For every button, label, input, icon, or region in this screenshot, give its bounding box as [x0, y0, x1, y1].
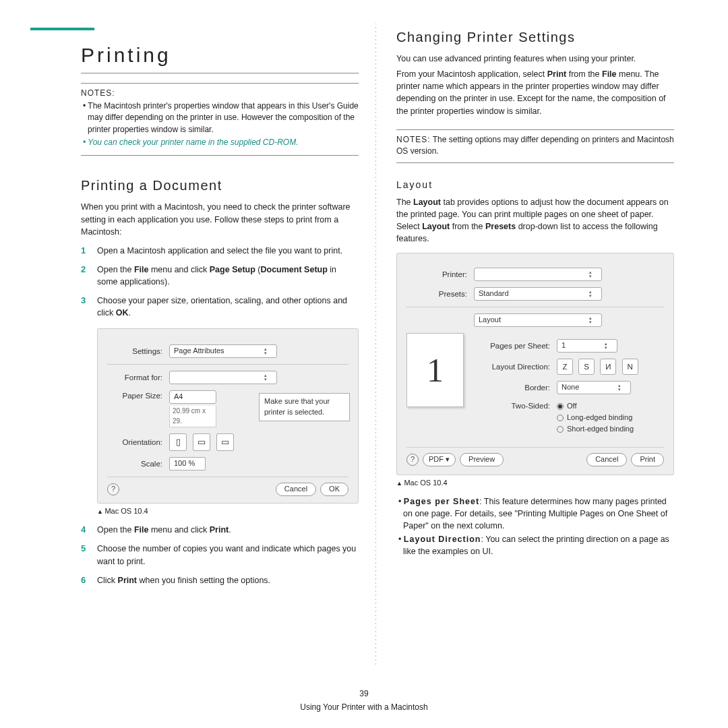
chevron-updown-icon: ▴▾: [618, 383, 626, 392]
dialog2-caption: Mac OS 10.4: [396, 478, 674, 489]
cancel-button[interactable]: Cancel: [276, 483, 316, 496]
direction-buttons: Z S И N: [557, 359, 642, 375]
step-2: Open the File menu and click Page Setup …: [81, 264, 359, 288]
orientation-portrait-icon[interactable]: ▯: [169, 433, 187, 451]
pps-label: Pages per Sheet:: [476, 340, 557, 352]
notes-text-r: The setting options may differ depending…: [396, 135, 674, 156]
paper-dim: 20.99 cm x 29.: [169, 406, 216, 427]
chevron-updown-icon: ▴▾: [589, 270, 597, 279]
format-select[interactable]: ▴▾: [169, 371, 277, 384]
accent-bar: [30, 28, 94, 30]
settings-select[interactable]: Page Attributes ▴▾: [169, 344, 277, 358]
radio-long[interactable]: Long-edged binding: [557, 413, 634, 423]
direction-n-icon[interactable]: И: [600, 359, 616, 375]
border-label: Border:: [476, 382, 557, 394]
border-select[interactable]: None ▴▾: [557, 381, 631, 394]
page-columns: Printing NOTES: The Macintosh printer's …: [0, 0, 728, 681]
left-column: Printing NOTES: The Macintosh printer's …: [34, 24, 375, 667]
section-change-settings: Changing Printer Settings: [396, 28, 674, 47]
step-1: Open a Macintosh application and select …: [81, 245, 359, 257]
layout-select[interactable]: Layout ▴▾: [474, 313, 602, 327]
chevron-updown-icon: ▴▾: [589, 289, 597, 299]
step-5: Choose the number of copies you want and…: [81, 543, 359, 567]
direction-s-icon[interactable]: S: [578, 359, 595, 375]
page-setup-dialog: Settings: Page Attributes ▴▾ Format for:…: [97, 328, 359, 504]
orient-label: Orientation:: [107, 437, 169, 448]
page-number: 39: [0, 688, 728, 700]
pps-select[interactable]: 1 ▴▾: [557, 339, 617, 353]
chevron-updown-icon: ▴▾: [605, 341, 613, 351]
bullet-direction: Layout Direction: You can select the pri…: [396, 533, 674, 557]
twosided-label: Two-Sided:: [476, 400, 557, 412]
step-4: Open the File menu and click Print.: [81, 524, 359, 536]
radio-short[interactable]: Short-edged binding: [557, 424, 634, 435]
scale-input[interactable]: 100 %: [169, 457, 206, 471]
layout-para: The Layout tab provides options to adjus…: [396, 196, 674, 245]
step-3: Choose your paper size, orientation, sca…: [81, 295, 359, 517]
orientation-landscape-icon[interactable]: ▭: [193, 433, 210, 451]
chevron-updown-icon: ▴▾: [589, 315, 597, 325]
help-icon[interactable]: ?: [406, 454, 419, 466]
footer-text: Using Your Printer with a Macintosh: [300, 702, 427, 712]
right-p1: You can use advanced printing features w…: [396, 53, 674, 65]
orientation-landscape-rev-icon[interactable]: ▭: [216, 433, 234, 451]
paper-label: Paper Size:: [107, 390, 169, 402]
page-title: Printing: [81, 40, 359, 73]
note-1: The Macintosh printer's properties windo…: [81, 100, 359, 135]
dialog1-caption: Mac OS 10.4: [97, 506, 359, 517]
paper-select[interactable]: A4: [169, 390, 216, 404]
callout-printer-selected: Make sure that your printer is selected.: [259, 393, 350, 421]
notes-box-right: NOTES: The setting options may differ de…: [396, 129, 674, 164]
bullet-pps: Pages per Sheet: This feature determines…: [396, 495, 674, 532]
note-2: You can check your printer name in the s…: [81, 137, 359, 148]
page-footer: 39 Using Your Printer with a Macintosh: [0, 688, 728, 713]
preview-button[interactable]: Preview: [460, 453, 504, 466]
notes-label-r: NOTES:: [396, 135, 431, 144]
intro-para: When you print with a Macintosh, you nee…: [81, 201, 359, 237]
direction-z-icon[interactable]: Z: [557, 359, 573, 375]
right-column: Changing Printer Settings You can use ad…: [376, 24, 694, 667]
printer-label: Printer:: [406, 269, 474, 280]
orientation-buttons: ▯ ▭ ▭: [169, 433, 238, 451]
steps-list: Open a Macintosh application and select …: [81, 245, 359, 586]
print-dialog: Printer: ▴▾ Presets: Standard ▴▾ Layout …: [396, 253, 674, 475]
scale-label: Scale:: [107, 458, 169, 470]
layout-heading: Layout: [396, 178, 674, 191]
chevron-updown-icon: ▴▾: [264, 346, 272, 356]
ok-button[interactable]: OK: [320, 483, 348, 496]
presets-label: Presets:: [406, 289, 474, 300]
printer-select[interactable]: ▴▾: [474, 268, 602, 281]
cancel-button[interactable]: Cancel: [586, 453, 627, 466]
page-preview: 1: [406, 333, 464, 407]
help-icon[interactable]: ?: [107, 483, 119, 495]
radio-off[interactable]: Off: [557, 401, 634, 412]
section-printing-doc: Printing a Document: [81, 176, 359, 195]
direction-n2-icon[interactable]: N: [622, 359, 638, 375]
presets-select[interactable]: Standard ▴▾: [474, 287, 602, 301]
settings-label: Settings:: [107, 346, 169, 357]
dir-label: Layout Direction:: [476, 361, 557, 373]
right-p2: From your Macintosh application, select …: [396, 68, 674, 117]
notes-label: NOTES:: [81, 88, 115, 98]
notes-box: NOTES: The Macintosh printer's propertie…: [81, 83, 359, 156]
chevron-updown-icon: ▴▾: [264, 373, 272, 382]
format-label: Format for:: [107, 372, 169, 384]
step-6: Click Print when you finish setting the …: [81, 574, 359, 586]
pdf-button[interactable]: PDF ▾: [423, 453, 456, 466]
print-button[interactable]: Print: [631, 453, 664, 466]
